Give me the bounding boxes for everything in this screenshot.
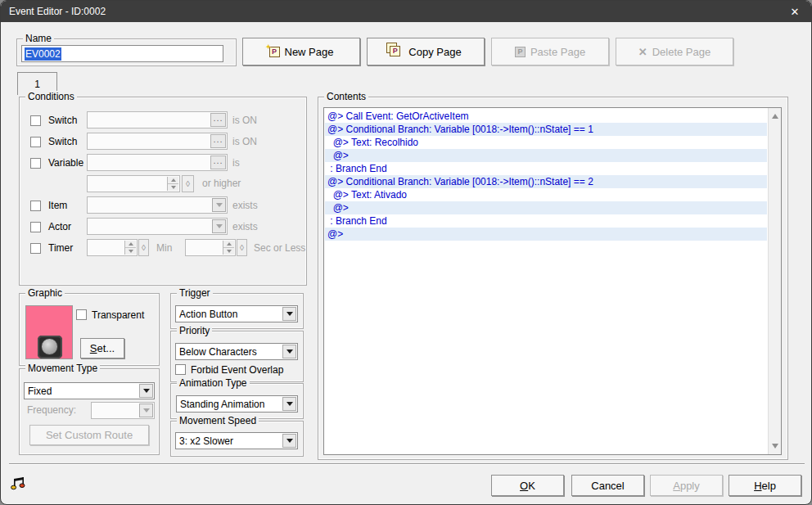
copy-page-button[interactable]: P Copy Page <box>367 38 485 65</box>
movement-type-group-label: Movement Type <box>25 363 100 374</box>
delete-page-label: Delete Page <box>652 46 711 58</box>
variable-spin-suffix: or higher <box>202 178 241 189</box>
scroll-down-icon[interactable] <box>769 440 781 453</box>
transparent-label: Transparent <box>92 309 144 321</box>
variable-suffix: is <box>232 157 240 169</box>
frequency-dropdown <box>91 402 155 419</box>
variable-spinner-diamond-button: ◊ <box>182 175 194 192</box>
apply-button: Apply <box>650 475 723 496</box>
timer-sec-diamond-button: ◊ <box>237 239 247 256</box>
variable-label: Variable <box>48 157 83 169</box>
switch2-field: ... <box>87 133 228 150</box>
event-command-line[interactable]: @> Conditional Branch: Variable [0018:->… <box>325 123 767 136</box>
timer-sec-spinner <box>185 239 236 256</box>
music-note-icon <box>11 476 27 492</box>
event-command-rows: @> Call Event: GetOrActiveItem @> Condit… <box>325 110 767 241</box>
event-command-line[interactable]: @> <box>325 201 767 214</box>
movement-type-dropdown[interactable]: Fixed <box>24 382 155 399</box>
event-commands-list[interactable]: @> Call Event: GetOrActiveItem @> Condit… <box>323 107 782 455</box>
movement-speed-dropdown[interactable]: 3: x2 Slower <box>175 432 298 449</box>
chevron-down-icon <box>286 402 293 406</box>
close-icon[interactable]: ✕ <box>778 1 811 22</box>
priority-value: Below Characters <box>179 346 257 358</box>
variable-value-spinner <box>87 175 180 192</box>
item-dropdown <box>87 196 228 214</box>
trigger-dropdown[interactable]: Action Button <box>175 305 298 322</box>
graphic-group-label: Graphic <box>25 287 65 299</box>
copy-page-label: Copy Page <box>408 46 461 58</box>
new-page-icon: ✦P <box>269 47 280 57</box>
animation-type-group-label: Animation Type <box>177 377 250 389</box>
switch2-suffix: is ON <box>232 136 257 147</box>
frequency-label: Frequency: <box>27 404 76 416</box>
window-title: Event Editor - ID:0002 <box>9 6 106 17</box>
cancel-label: Cancel <box>591 480 624 492</box>
contents-scrollbar[interactable] <box>768 108 781 454</box>
page-tab-label: 1 <box>34 79 40 90</box>
timer-min-spinner <box>87 239 138 256</box>
event-command-line[interactable]: : Branch End <box>325 214 767 228</box>
animation-type-dropdown[interactable]: Standing Animation <box>176 395 298 413</box>
movement-speed-value: 3: x2 Slower <box>179 435 233 447</box>
set-custom-route-button: Set Custom Route <box>29 425 149 445</box>
graphic-preview[interactable] <box>25 305 73 359</box>
paste-page-button: P Paste Page <box>491 38 609 65</box>
event-command-line[interactable]: @> <box>325 228 767 241</box>
item-suffix: exists <box>232 200 258 211</box>
event-command-line[interactable]: @> Conditional Branch: Variable [0018:->… <box>325 175 767 188</box>
copy-page-icon: P <box>390 46 404 60</box>
event-command-line[interactable]: @> Call Event: GetOrActiveItem <box>325 110 767 123</box>
trigger-value: Action Button <box>179 309 237 320</box>
name-group-label: Name <box>23 33 54 44</box>
set-graphic-button[interactable]: Set... <box>80 338 124 358</box>
transparent-checkbox[interactable] <box>76 309 87 320</box>
name-group: Name EV0002 <box>16 38 237 66</box>
new-page-label: New Page <box>285 46 334 58</box>
switch1-checkbox[interactable] <box>30 115 41 126</box>
chevron-down-icon <box>216 224 223 228</box>
spin-down-icon <box>171 186 176 189</box>
timer-checkbox[interactable] <box>30 243 41 254</box>
switch2-label: Switch <box>48 136 77 147</box>
switch1-label: Switch <box>48 115 77 126</box>
event-command-line[interactable]: @> Text: Recolhido <box>325 136 767 149</box>
variable-checkbox[interactable] <box>30 158 41 169</box>
delete-page-icon: ✕ <box>638 47 647 57</box>
event-command-line[interactable]: : Branch End <box>325 162 767 175</box>
variable-field: ... <box>87 154 228 171</box>
priority-dropdown[interactable]: Below Characters <box>175 343 298 360</box>
timer-label: Timer <box>48 242 73 254</box>
actor-suffix: exists <box>232 221 258 232</box>
item-checkbox[interactable] <box>30 201 41 211</box>
event-command-line[interactable]: @> Text: Ativado <box>325 188 767 201</box>
event-command-line[interactable]: @> <box>325 149 767 162</box>
contents-group-label: Contents <box>324 91 368 102</box>
forbid-event-overlap-checkbox[interactable] <box>175 364 186 375</box>
switch1-suffix: is ON <box>232 115 257 126</box>
delete-page-button: ✕ Delete Page <box>616 38 733 65</box>
name-input[interactable]: EV0002 <box>21 45 223 62</box>
switch1-picker-button: ... <box>210 113 226 127</box>
paste-page-icon: P <box>515 47 526 57</box>
switch2-checkbox[interactable] <box>30 137 41 147</box>
variable-picker-button: ... <box>210 156 226 169</box>
actor-dropdown <box>87 218 228 235</box>
movement-type-value: Fixed <box>28 386 52 397</box>
timer-min-diamond-button: ◊ <box>138 239 149 256</box>
actor-checkbox[interactable] <box>30 222 41 232</box>
spin-up-icon <box>171 178 176 182</box>
event-sprite <box>38 336 62 358</box>
movement-speed-group-label: Movement Speed <box>177 415 259 426</box>
new-page-button[interactable]: ✦P New Page <box>242 38 360 65</box>
name-value: EV0002 <box>25 47 61 61</box>
ok-button[interactable]: OK <box>491 475 564 496</box>
sprite-button-icon <box>41 338 58 355</box>
chevron-down-icon <box>143 408 150 413</box>
actor-label: Actor <box>48 221 71 232</box>
animation-type-value: Standing Animation <box>180 399 264 410</box>
cancel-button[interactable]: Cancel <box>571 475 644 496</box>
scroll-up-icon[interactable] <box>769 110 781 123</box>
help-button[interactable]: Help <box>729 475 801 496</box>
timer-sec-label: Sec or Less <box>254 242 305 254</box>
forbid-event-overlap-label: Forbid Event Overlap <box>191 364 283 376</box>
